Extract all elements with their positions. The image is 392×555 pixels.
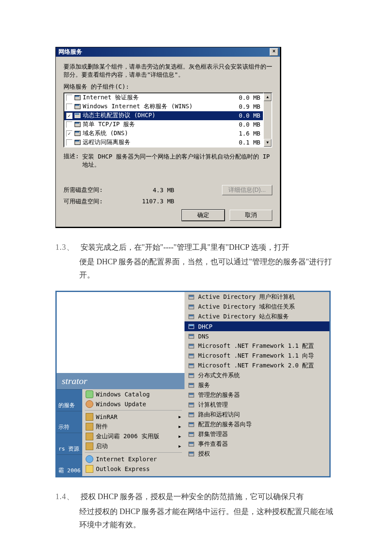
close-icon[interactable]: × [270, 48, 278, 56]
listbox-scrollbar[interactable]: ▲ ▼ [264, 92, 272, 147]
dialog-titlebar[interactable]: 网络服务 × [56, 47, 280, 57]
program-menu-item[interactable]: Windows Catalog [82, 389, 184, 399]
scroll-down-icon[interactable]: ▼ [264, 139, 271, 147]
desktop-shortcut-fragment[interactable]: rs 资源 [57, 433, 82, 454]
program-menu-item[interactable]: Outlook Express [82, 464, 184, 474]
component-item[interactable]: 远程访问隔离服务0.1 MB [64, 138, 263, 147]
program-menu-item[interactable]: 启动▶ [82, 441, 184, 451]
svg-rect-25 [189, 413, 193, 414]
space-avail-label: 可用磁盘空间: [63, 198, 119, 205]
admin-tool-item[interactable]: Active Directory 域和信任关系 [184, 302, 329, 312]
component-icon [74, 112, 81, 119]
tool-icon [188, 353, 195, 359]
component-size: 0.9 MB [239, 103, 260, 110]
checkbox-icon[interactable] [66, 139, 72, 146]
admin-tool-item[interactable]: 配置您的服务器向导 [184, 419, 329, 429]
program-menu-item[interactable]: WinRAR▶ [82, 412, 184, 422]
details-button: 详细信息(D)... [222, 185, 272, 195]
menu-separator [85, 410, 182, 410]
tool-icon [188, 333, 195, 340]
admin-tool-item[interactable]: Active Directory 站点和服务 [184, 312, 329, 321]
tool-icon [188, 304, 195, 310]
submenu-arrow-icon: ▶ [179, 414, 181, 419]
checkbox-icon[interactable] [66, 121, 72, 128]
tool-label: Microsoft .NET Framework 1.1 配置 [198, 342, 314, 350]
admin-tool-item[interactable]: Active Directory 用户和计算机 [184, 292, 329, 302]
program-label: Windows Catalog [96, 391, 150, 398]
component-icon [74, 121, 81, 128]
component-item[interactable]: Windows Internet 名称服务 (WINS)0.9 MB [64, 102, 263, 111]
ok-button[interactable]: 确定 [182, 210, 225, 221]
tool-icon [188, 343, 195, 350]
desktop-shortcut-fragment[interactable]: 霸 2006 [57, 454, 82, 476]
svg-rect-33 [189, 452, 193, 454]
svg-rect-17 [189, 374, 193, 375]
program-label: 启动 [96, 442, 108, 450]
program-icon [86, 390, 93, 398]
admin-tool-item[interactable]: 事件查看器 [184, 439, 329, 449]
component-listbox[interactable]: Internet 验证服务0.0 MBWindows Internet 名称服务… [63, 92, 264, 147]
tool-label: 授权 [198, 450, 210, 458]
step-1-3: 1.3、安装完成之后，在"开始"----"管理工具"里有"DHCP 选项，打开 [55, 241, 341, 254]
program-menu-item[interactable]: 附件▶ [82, 422, 184, 431]
svg-rect-7 [189, 325, 193, 326]
component-item[interactable]: 简单 TCP/IP 服务0.0 MB [64, 120, 263, 129]
component-item[interactable]: Internet 验证服务0.0 MB [64, 93, 263, 102]
component-label: Windows Internet 名称服务 (WINS) [83, 103, 239, 110]
admin-tool-item[interactable]: Microsoft .NET Framework 1.1 配置 [184, 341, 329, 351]
admin-tool-item[interactable]: 计算机管理 [184, 400, 329, 410]
programs-submenu: Windows CatalogWindows UpdateWinRAR▶附件▶金… [82, 389, 184, 476]
program-icon [86, 433, 93, 440]
desktop-shortcut-fragment[interactable]: 示符 [57, 411, 82, 433]
admin-tool-item[interactable]: Microsoft .NET Framework 2.0 配置 [184, 361, 329, 370]
component-icon [74, 103, 81, 110]
tool-label: DNS [198, 333, 209, 340]
scroll-up-icon[interactable]: ▲ [264, 93, 271, 101]
program-menu-item[interactable]: Internet Explorer [82, 454, 184, 464]
component-label: Internet 验证服务 [83, 94, 239, 101]
checkbox-icon[interactable]: ✓ [66, 130, 72, 137]
start-menu-screenshot: strator 的服务示符rs 资源霸 2006 Windows Catalog… [55, 291, 331, 477]
admin-tool-item[interactable]: Microsoft .NET Framework 1.1 向导 [184, 351, 329, 361]
program-menu-item[interactable]: 金山词霸 2006 实用版▶ [82, 431, 184, 441]
submenu-arrow-icon: ▶ [179, 434, 181, 439]
admin-tool-item[interactable]: 管理您的服务器 [184, 390, 329, 400]
checkbox-icon[interactable]: ✓ [66, 113, 72, 119]
tool-icon [188, 313, 195, 320]
tool-icon [188, 372, 195, 379]
tool-label: 管理您的服务器 [198, 391, 240, 399]
tool-icon [188, 451, 195, 457]
svg-rect-13 [189, 354, 193, 356]
checkbox-icon[interactable] [66, 95, 72, 101]
tool-icon [188, 421, 195, 428]
submenu-arrow-icon: ▶ [179, 424, 181, 429]
admin-tool-item[interactable]: DHCP [184, 321, 329, 331]
svg-rect-29 [189, 433, 193, 434]
component-label: 域名系统 (DNS) [83, 130, 239, 137]
admin-tool-item[interactable]: 服务 [184, 380, 329, 390]
admin-tool-item[interactable]: 路由和远程访问 [184, 410, 329, 419]
space-avail-value: 1107.3 MB [119, 198, 174, 205]
cancel-button[interactable]: 取消 [230, 210, 272, 221]
step-text-start: 安装完成之后，在"开始"----"管理工具"里有"DHCP 选项，打开 [81, 243, 290, 251]
user-banner: strator [57, 373, 184, 389]
space-required-value: 4.3 MB [119, 187, 174, 194]
checkbox-icon[interactable] [66, 104, 72, 110]
menu-separator [85, 452, 182, 453]
tool-label: 群集管理器 [198, 431, 228, 438]
admin-tool-item[interactable]: 分布式文件系统 [184, 370, 329, 380]
program-label: Internet Explorer [96, 456, 157, 462]
program-menu-item[interactable]: Windows Update [82, 399, 184, 409]
admin-tool-item[interactable]: 授权 [184, 449, 329, 459]
admin-tool-item[interactable]: 群集管理器 [184, 429, 329, 439]
component-item[interactable]: ✓域名系统 (DNS)1.6 MB [64, 129, 263, 138]
desktop-shortcut-fragment[interactable]: 的服务 [57, 389, 82, 411]
svg-rect-31 [189, 442, 193, 444]
component-item[interactable]: ✓动态主机配置协议 (DHCP)0.0 MB [64, 111, 263, 120]
admin-tool-item[interactable]: DNS [184, 331, 329, 341]
step-1-4-cont: 经过授权的 DHCP 服务器才能在网络中运行。但是，这种授权配置只能在域环境中才… [55, 505, 341, 531]
svg-rect-23 [189, 403, 193, 405]
program-icon [86, 442, 93, 450]
dialog-instruction: 要添加或删除某个组件，请单击旁边的复选框。灰色框表示只会安装该组件的一部分。要查… [63, 63, 272, 79]
svg-rect-27 [189, 423, 193, 424]
